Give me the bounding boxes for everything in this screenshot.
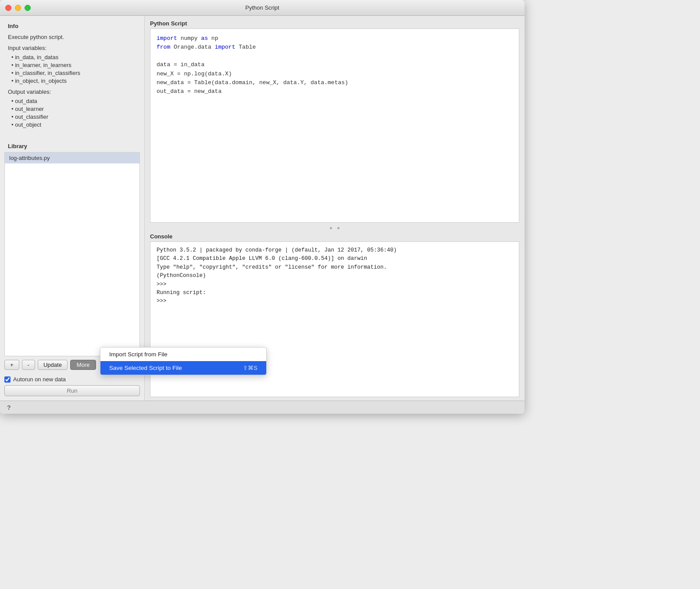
autorun-label: Autorun on new data: [13, 376, 66, 383]
output-heading: Output variables:: [8, 89, 136, 95]
autorun-row: Autorun on new data: [4, 376, 140, 383]
code-line-4: data = in_data: [157, 60, 513, 69]
output-var-2: out_learner: [11, 106, 136, 112]
library-section: Library log-attributes.py: [0, 139, 144, 356]
more-button[interactable]: More: [70, 360, 96, 370]
main-layout: Info Execute python script. Input variab…: [0, 16, 525, 401]
input-var-4: in_object, in_objects: [11, 78, 136, 84]
input-vars-list: in_data, in_datas in_learner, in_learner…: [11, 54, 136, 84]
splitter[interactable]: [150, 226, 519, 230]
input-var-2: in_learner, in_learners: [11, 62, 136, 68]
input-var-1: in_data, in_datas: [11, 54, 136, 60]
menu-item-import[interactable]: Import Script from File: [100, 348, 266, 361]
menu-item-save-shortcut: ⇧⌘S: [243, 365, 257, 371]
output-var-4: out_object: [11, 121, 136, 128]
code-line-7: out_data = new_data: [157, 87, 513, 96]
titlebar: Python Script: [0, 0, 525, 16]
output-vars-list: out_data out_learner out_classifier out_…: [11, 98, 136, 128]
code-line-6: new_data = Table(data.domain, new_X, dat…: [157, 78, 513, 87]
library-item[interactable]: log-attributes.py: [5, 153, 139, 163]
info-desc: Execute python script.: [8, 34, 136, 40]
console-label: Console: [150, 233, 519, 240]
info-label: Info: [8, 23, 136, 29]
left-panel: Info Execute python script. Input variab…: [0, 16, 145, 401]
remove-script-button[interactable]: -: [22, 360, 35, 370]
console-text: Python 3.5.2 | packaged by conda-forge |…: [157, 247, 397, 304]
statusbar: ?: [0, 401, 525, 414]
window-title: Python Script: [245, 4, 279, 11]
splitter-dot-2: [337, 227, 339, 229]
titlebar-buttons: [5, 5, 31, 11]
script-label: Python Script: [150, 20, 519, 27]
autorun-checkbox[interactable]: [4, 376, 11, 383]
script-editor[interactable]: import numpy as np from Orange.data impo…: [150, 28, 519, 223]
script-section: Python Script import numpy as np from Or…: [150, 20, 519, 223]
update-button[interactable]: Update: [38, 360, 68, 370]
input-heading: Input variables:: [8, 45, 136, 51]
menu-item-save[interactable]: Save Selected Script to File ⇧⌘S: [100, 361, 266, 375]
right-panel: Python Script import numpy as np from Or…: [145, 16, 525, 401]
splitter-dot-1: [330, 227, 332, 229]
kw-import-1: import: [157, 35, 177, 42]
library-label: Library: [0, 139, 144, 152]
code-line-2: from Orange.data import Table: [157, 43, 513, 52]
close-button[interactable]: [5, 5, 11, 11]
bottom-controls: Autorun on new data Run: [0, 373, 144, 401]
code-line-3: [157, 52, 513, 60]
output-var-3: out_classifier: [11, 114, 136, 120]
code-line-1: import numpy as np: [157, 34, 513, 43]
maximize-button[interactable]: [25, 5, 31, 11]
help-icon[interactable]: ?: [7, 404, 11, 411]
dropdown-menu: Import Script from File Save Selected Sc…: [100, 347, 267, 375]
library-list[interactable]: log-attributes.py: [4, 152, 140, 356]
info-section: Info Execute python script. Input variab…: [0, 16, 144, 139]
output-var-1: out_data: [11, 98, 136, 104]
code-line-5: new_X = np.log(data.X): [157, 70, 513, 78]
add-script-button[interactable]: +: [4, 360, 19, 370]
minimize-button[interactable]: [15, 5, 21, 11]
run-button[interactable]: Run: [4, 385, 140, 396]
input-var-3: in_classifier, in_classifiers: [11, 70, 136, 76]
